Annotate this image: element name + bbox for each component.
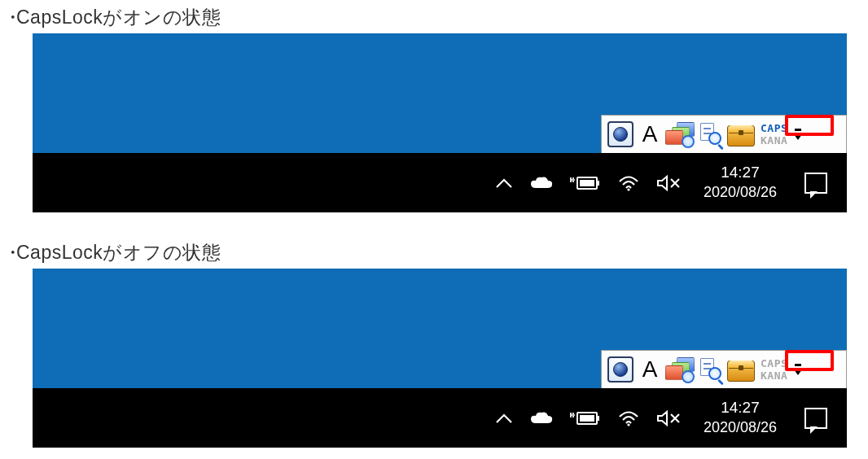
taskbar-clock[interactable]: 14:27 2020/08/26	[697, 163, 783, 202]
caption: CapsLockがオフの状態	[0, 240, 868, 265]
ime-logo-icon[interactable]	[607, 120, 634, 148]
onedrive-cloud-icon[interactable]	[529, 410, 554, 426]
svg-point-7	[627, 423, 629, 426]
example-capslock-off: CapsLockがオフの状態 A	[0, 240, 868, 448]
onedrive-cloud-icon[interactable]	[529, 175, 554, 191]
svg-rect-2	[580, 180, 594, 186]
dictionary-tool-icon[interactable]	[696, 356, 724, 383]
svg-rect-5	[597, 416, 599, 421]
taskbar[interactable]: 14:27 2020/08/26	[33, 388, 847, 448]
volume-muted-icon[interactable]	[656, 409, 681, 427]
caps-indicator: CAPS	[760, 358, 788, 369]
screenshot: A CAPS KANA	[33, 33, 847, 212]
wifi-icon[interactable]	[617, 174, 640, 192]
minimize-handle[interactable]	[795, 129, 801, 131]
language-bar-options[interactable]	[795, 364, 802, 375]
ime-language-bar[interactable]: A CAPS KANA	[601, 350, 847, 388]
screenshot: A CAPS KANA	[33, 269, 847, 448]
toolbox-icon[interactable]	[727, 356, 755, 383]
system-tray[interactable]	[495, 409, 681, 427]
system-tray[interactable]	[495, 174, 681, 192]
toolbox-icon[interactable]	[727, 120, 755, 148]
kana-indicator: KANA	[760, 135, 788, 146]
caps-indicator: CAPS	[760, 123, 788, 134]
tray-overflow-icon[interactable]	[495, 413, 513, 424]
taskbar[interactable]: 14:27 2020/08/26	[33, 153, 847, 212]
svg-rect-1	[597, 181, 599, 186]
minimize-handle[interactable]	[795, 364, 801, 366]
options-dropdown-icon[interactable]	[794, 134, 802, 140]
lock-status-indicators: CAPS KANA	[760, 123, 788, 146]
volume-muted-icon[interactable]	[656, 174, 681, 192]
desktop-area: A CAPS KANA	[33, 33, 847, 153]
language-bar-options[interactable]	[795, 129, 802, 140]
tray-overflow-icon[interactable]	[495, 177, 513, 189]
lock-status-indicators: CAPS KANA	[760, 358, 788, 382]
taskbar-clock[interactable]: 14:27 2020/08/26	[697, 398, 783, 437]
action-center-icon[interactable]	[804, 408, 827, 429]
clock-time: 14:27	[704, 398, 777, 418]
clock-time: 14:27	[704, 163, 777, 183]
clock-date: 2020/08/26	[704, 183, 777, 202]
example-capslock-on: CapsLockがオンの状態 A	[0, 5, 868, 212]
svg-rect-6	[580, 415, 594, 422]
power-battery-icon[interactable]	[570, 410, 601, 426]
wifi-icon[interactable]	[617, 409, 640, 427]
ime-pad-icon[interactable]	[665, 120, 693, 148]
input-mode-button[interactable]: A	[638, 120, 662, 148]
action-center-icon[interactable]	[804, 173, 827, 194]
caption: CapsLockがオンの状態	[0, 5, 868, 30]
ime-pad-icon[interactable]	[665, 356, 693, 383]
svg-point-3	[627, 188, 629, 190]
ime-logo-icon[interactable]	[607, 356, 634, 383]
input-mode-button[interactable]: A	[638, 356, 662, 383]
clock-date: 2020/08/26	[704, 418, 777, 437]
ime-language-bar[interactable]: A CAPS KANA	[601, 115, 847, 153]
kana-indicator: KANA	[760, 370, 788, 382]
options-dropdown-icon[interactable]	[794, 369, 802, 375]
power-battery-icon[interactable]	[570, 175, 601, 191]
dictionary-tool-icon[interactable]	[696, 120, 724, 148]
desktop-area: A CAPS KANA	[33, 269, 847, 388]
